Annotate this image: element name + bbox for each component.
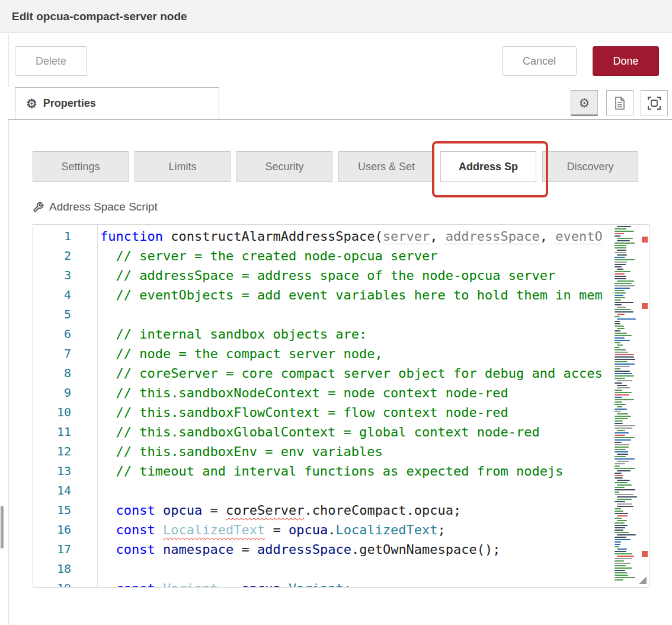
properties-icon-button[interactable]: ⚙ <box>571 90 598 116</box>
appearance-icon <box>648 97 661 110</box>
tab-users-set[interactable]: Users & Set <box>338 151 434 182</box>
dialog-left-edge <box>8 34 9 625</box>
code-line[interactable]: 5 <box>33 305 612 324</box>
section-label-text: Address Space Script <box>49 200 158 213</box>
section-label: Address Space Script <box>33 200 158 213</box>
error-marker <box>642 237 648 243</box>
dialog-header: Edit opcua-compact-server node <box>0 0 672 33</box>
tab-limits[interactable]: Limits <box>135 151 231 182</box>
tab-properties[interactable]: ⚙ Properties <box>15 87 219 119</box>
gear-icon: ⚙ <box>26 97 37 110</box>
delete-button[interactable]: Delete <box>15 46 87 76</box>
code-line[interactable]: 3 // addressSpace = address space of the… <box>33 266 612 285</box>
error-marker <box>642 303 648 309</box>
line-number: 5 <box>33 305 71 324</box>
code-line[interactable]: 6 // internal sandbox objects are: <box>33 324 612 344</box>
code-editor[interactable]: 1function constructAlarmAddressSpace(ser… <box>33 224 649 588</box>
code-line[interactable]: 19 const Variant = opcua.Variant; <box>33 579 612 588</box>
line-number: 16 <box>33 520 71 540</box>
code-line[interactable]: 14 <box>33 481 612 500</box>
code-line[interactable]: 2 // server = the created node-opcua ser… <box>33 246 612 266</box>
code-line[interactable]: 1function constructAlarmAddressSpace(ser… <box>33 227 612 246</box>
code-line[interactable]: 12 // this.sandboxEnv = env variables <box>33 442 612 461</box>
line-number: 13 <box>33 461 71 481</box>
code-line[interactable]: 13 // timeout and interval functions as … <box>33 461 612 481</box>
code-line[interactable]: 18 <box>33 559 612 579</box>
line-number: 19 <box>33 579 71 588</box>
code-line[interactable]: 7 // node = the compact server node, <box>33 344 612 363</box>
line-number: 3 <box>33 266 71 285</box>
tab-settings[interactable]: Settings <box>33 151 129 182</box>
error-marker <box>642 551 648 557</box>
code-lines[interactable]: 1function constructAlarmAddressSpace(ser… <box>33 225 612 588</box>
line-number: 4 <box>33 285 71 305</box>
code-line[interactable]: 4 // eventObjects = add event variables … <box>33 285 612 305</box>
line-number: 11 <box>33 422 71 442</box>
line-number: 6 <box>33 324 71 344</box>
code-line[interactable]: 17 const namespace = addressSpace.getOwn… <box>33 540 612 559</box>
code-line[interactable]: 8 // coreServer = core compact server ob… <box>33 363 612 383</box>
code-line[interactable]: 16 const LocalizedText = opcua.Localized… <box>33 520 612 540</box>
line-number: 10 <box>33 403 71 422</box>
document-icon <box>615 97 625 110</box>
cancel-button[interactable]: Cancel <box>502 46 577 76</box>
code-line[interactable]: 10 // this.sandboxFlowContext = flow con… <box>33 403 612 422</box>
page-scrollbar[interactable] <box>1 506 4 549</box>
appearance-icon-button[interactable] <box>641 90 668 116</box>
line-number: 2 <box>33 246 71 266</box>
line-number: 8 <box>33 363 71 383</box>
line-number: 9 <box>33 383 71 403</box>
line-number: 14 <box>33 481 71 500</box>
line-number: 1 <box>33 227 71 246</box>
overview-ruler <box>641 225 649 587</box>
properties-tab-label: Properties <box>43 97 96 110</box>
edit-node-dialog: Edit opcua-compact-server node Delete Ca… <box>0 0 672 625</box>
line-number: 15 <box>33 500 71 520</box>
wrench-icon <box>33 202 44 213</box>
code-line[interactable]: 9 // this.sandboxNodeContext = node cont… <box>33 383 612 403</box>
tab-address-sp[interactable]: Address Sp <box>440 151 536 182</box>
gear-icon: ⚙ <box>579 97 590 109</box>
tab-discovery[interactable]: Discovery <box>542 151 638 182</box>
line-number: 17 <box>33 540 71 559</box>
minimap[interactable] <box>613 226 640 586</box>
sub-tabs: SettingsLimitsSecurityUsers & SetAddress… <box>33 151 638 182</box>
line-number: 18 <box>33 559 71 579</box>
resize-grip[interactable] <box>639 576 647 584</box>
line-number: 12 <box>33 442 71 461</box>
tab-security[interactable]: Security <box>236 151 332 182</box>
code-line[interactable]: 15 const opcua = coreServer.choreCompact… <box>33 500 612 520</box>
done-button[interactable]: Done <box>593 46 659 76</box>
code-line[interactable]: 11 // this.sandboxGlobalContext = global… <box>33 422 612 442</box>
description-icon-button[interactable] <box>606 90 633 116</box>
dialog-title: Edit opcua-compact-server node <box>12 10 187 23</box>
line-number: 7 <box>33 344 71 363</box>
